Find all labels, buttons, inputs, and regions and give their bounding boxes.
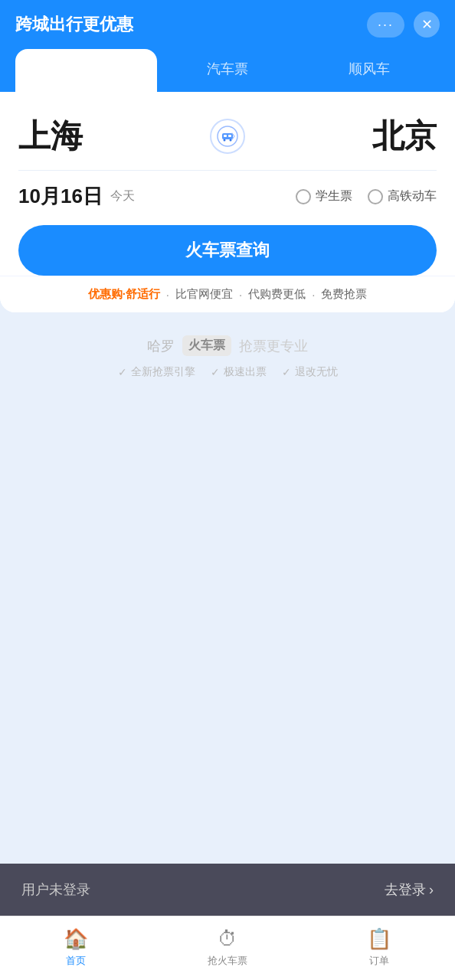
nav-item-home[interactable]: 🏠 首页 [0,924,152,968]
tab-rideshare[interactable]: 顺风车 [298,49,440,92]
svg-rect-3 [228,135,231,137]
middle-section: 哈罗 火车票 抢票更专业 ✓ 全新抢票引擎 ✓ 极速出票 ✓ 退改无忧 [0,312,455,394]
feature-item-0: ✓ 全新抢票引擎 [118,365,195,379]
svg-rect-2 [224,135,227,137]
bottom-nav: 🏠 首页 ⏱ 抢火车票 📋 订单 [0,916,455,980]
login-bar: 用户未登录 去登录 › [0,864,455,916]
header-actions: ··· ✕ [367,11,440,38]
login-status: 用户未登录 [21,880,90,899]
login-arrow-icon: › [429,882,434,898]
nav-label-home: 首页 [66,954,86,968]
header-title: 跨城出行更优惠 [15,13,133,36]
highspeed-label: 高铁动车 [388,188,437,204]
brand-badge: 火车票 [182,335,231,356]
nav-label-orders: 订单 [369,954,389,968]
feature-item-1: ✓ 极速出票 [211,365,267,379]
divider [18,170,437,171]
brand-row: 哈罗 火车票 抢票更专业 [147,335,308,356]
promo-item-0: 比官网便宜 [175,287,233,302]
tab-bus[interactable]: 汽车票 [157,49,299,92]
feature-label-1: 极速出票 [224,365,267,379]
checkbox-group: 学生票 高铁动车 [296,188,437,204]
tab-train[interactable]: 火车票 [15,49,157,92]
close-button[interactable]: ✕ [414,11,440,38]
svg-point-4 [224,139,226,142]
orders-icon: 📋 [367,927,391,951]
tab-bar: 火车票 汽车票 顺风车 [0,49,455,92]
grab-icon: ⏱ [218,927,237,951]
features-row: ✓ 全新抢票引擎 ✓ 极速出票 ✓ 退改无忧 [118,365,338,379]
promo-item-2: 免费抢票 [321,287,367,302]
highspeed-checkbox[interactable]: 高铁动车 [368,188,437,204]
nav-label-grab: 抢火车票 [208,954,247,968]
nav-item-orders[interactable]: 📋 订单 [303,924,455,968]
promo-bar: 优惠购·舒适行 · 比官网便宜 · 代购费更低 · 免费抢票 [0,276,455,312]
student-ticket-checkbox[interactable]: 学生票 [296,188,352,204]
feature-label-2: 退改无忧 [295,365,338,379]
svg-point-5 [230,139,232,142]
student-ticket-label: 学生票 [316,188,352,204]
brand-suffix: 抢票更专业 [239,337,308,355]
nav-item-grab[interactable]: ⏱ 抢火车票 [152,924,303,968]
search-button[interactable]: 火车票查询 [18,225,437,276]
swap-train-icon [217,126,238,147]
promo-highlight: 优惠购·舒适行 [88,287,160,302]
from-city[interactable]: 上海 [18,115,83,158]
date-row: 10月16日 今天 学生票 高铁动车 [18,183,437,225]
feature-label-0: 全新抢票引擎 [131,365,195,379]
home-icon: 🏠 [64,927,88,951]
login-action-label: 去登录 [385,880,426,899]
more-options-button[interactable]: ··· [367,12,404,38]
route-row: 上海 [18,107,437,170]
feature-item-2: ✓ 退改无忧 [282,365,338,379]
promo-item-1: 代购费更低 [248,287,306,302]
today-label: 今天 [110,188,135,204]
header: 跨城出行更优惠 ··· ✕ [0,0,455,49]
card-content: 上海 [0,92,455,276]
date-value[interactable]: 10月16日 [18,183,103,210]
to-city[interactable]: 北京 [372,115,437,158]
main-card: 上海 [0,92,455,312]
checkbox-circle-student [296,189,311,204]
content-spacer [0,394,455,864]
swap-button[interactable] [208,117,247,155]
checkbox-circle-highspeed [368,189,383,204]
login-action-button[interactable]: 去登录 › [385,880,434,899]
brand-prefix: 哈罗 [147,337,175,355]
